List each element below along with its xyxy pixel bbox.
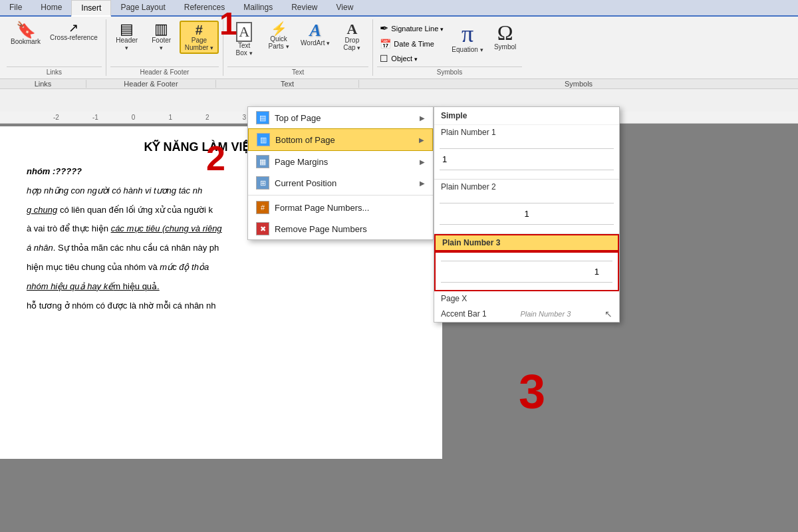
ribbon-labels: Links Header & Footer Text Symbols (0, 78, 798, 89)
object-label: Object ▾ (391, 55, 418, 63)
plain-number-1-item[interactable]: Plain Number 1 (434, 125, 619, 140)
footer-button[interactable]: ▥ Footer▾ (145, 21, 178, 53)
plain-number-2-item[interactable]: Plain Number 2 (434, 180, 619, 194)
plain-number-3-preview: 1 (434, 251, 619, 291)
step-3-label: 3 (519, 364, 545, 419)
plain-number-1-value: 1 (440, 148, 614, 170)
page-x-label: Page X (441, 294, 612, 303)
equation-icon: π (462, 22, 473, 46)
text-buttons: A TextBox ▾ ⚡ QuickParts ▾ A WordArt ▾ A… (227, 21, 368, 65)
tab-mailings[interactable]: Mailings (234, 0, 282, 15)
cursor-icon: ↖ (604, 309, 612, 319)
bottom-of-page-icon: ▥ (257, 133, 270, 146)
date-time-button[interactable]: 📅 Date & Time (377, 37, 446, 51)
cross-reference-button[interactable]: ↗ Cross-reference (46, 21, 102, 43)
tab-view[interactable]: View (327, 0, 363, 15)
plain-number-3-tooltip: Plain Number 3 (520, 310, 571, 318)
plain-number-2-label: Plain Number 2 (441, 182, 612, 192)
doc-para-8: hỗ tương ở nhóm có được là nhờ mỗi cá nh… (27, 299, 416, 313)
footer-icon: ▥ (154, 22, 168, 37)
current-position-icon: ⊞ (256, 176, 269, 190)
object-button[interactable]: ☐ Object ▾ (377, 52, 446, 65)
top-of-page-icon: ▤ (256, 111, 269, 124)
ribbon-group-text: A TextBox ▾ ⚡ QuickParts ▾ A WordArt ▾ A… (223, 19, 373, 76)
signature-line-label: Signature Line ▾ (391, 25, 444, 33)
remove-page-numbers-label: Remove Page Numbers (275, 224, 425, 234)
bottom-of-page-label: Bottom of Page (275, 135, 414, 145)
symbol-icon: Ω (497, 22, 513, 43)
accent-bar-1-item[interactable]: Accent Bar 1 Plain Number 3 ↖ (434, 306, 619, 322)
ribbon-group-symbols: ✒ Signature Line ▾ 📅 Date & Time ☐ Objec… (373, 19, 525, 76)
bottom-of-page-arrow: ▶ (419, 136, 424, 144)
dropdown-remove-page-numbers[interactable]: ✖ Remove Page Numbers (248, 218, 433, 239)
dropdown-menu: ▤ Top of Page ▶ ▥ Bottom of Page ▶ ▦ Pag… (247, 106, 434, 240)
tab-bar: File Home Insert Page Layout References … (0, 0, 798, 17)
bookmark-label: Bookmark (11, 38, 41, 45)
page-margins-arrow: ▶ (420, 158, 425, 166)
tab-file[interactable]: File (0, 0, 31, 15)
format-page-numbers-icon: # (256, 201, 269, 214)
date-time-label: Date & Time (394, 40, 434, 48)
top-of-page-arrow: ▶ (420, 114, 425, 122)
remove-page-numbers-icon: ✖ (256, 222, 269, 235)
submenu-panel: Simple Plain Number 1 1 Plain Number 2 1… (434, 106, 620, 323)
links-section-label: Links (0, 80, 86, 88)
tab-home[interactable]: Home (31, 0, 71, 15)
wordart-label: WordArt ▾ (301, 39, 330, 47)
page-number-button[interactable]: # PageNumber ▾ (180, 21, 219, 54)
header-footer-group-label: Header & Footer (110, 66, 219, 76)
tab-page-layout[interactable]: Page Layout (111, 0, 174, 15)
dropdown-current-position[interactable]: ⊞ Current Position ▶ (248, 172, 433, 194)
ribbon: 🔖 Bookmark ↗ Cross-reference Links ▤ Hea… (0, 17, 798, 78)
submenu-simple-header: Simple (434, 107, 619, 125)
equation-button[interactable]: π Equation ▾ (448, 21, 487, 55)
dropdown-page-margins[interactable]: ▦ Page Margins ▶ (248, 151, 433, 172)
wordart-button[interactable]: A WordArt ▾ (297, 21, 334, 48)
dropdown-bottom-of-page[interactable]: ▥ Bottom of Page ▶ (248, 128, 433, 151)
page-number-label: PageNumber ▾ (185, 37, 213, 51)
symbol-label: Symbol (494, 43, 516, 51)
header-label: Header▾ (116, 37, 138, 51)
signature-line-button[interactable]: ✒ Signature Line ▾ (377, 21, 446, 36)
header-footer-section-label: Header & Footer (86, 80, 216, 88)
text-group-label: Text (227, 66, 368, 76)
quick-parts-label: QuickParts ▾ (269, 35, 289, 50)
signature-line-icon: ✒ (380, 22, 388, 35)
top-of-page-label: Top of Page (275, 113, 414, 123)
plain-number-1-preview: 1 (434, 140, 619, 180)
ribbon-group-header-footer: ▤ Header▾ ▥ Footer▾ # PageNumber ▾ Heade… (106, 19, 223, 76)
wordart-icon: A (310, 22, 321, 39)
bookmark-button[interactable]: 🔖 Bookmark (7, 21, 45, 47)
dropdown-format-page-numbers[interactable]: # Format Page Numbers... (248, 197, 433, 218)
footer-label: Footer▾ (152, 37, 171, 51)
plain-number-3-value: 1 (441, 261, 612, 283)
page-x-item[interactable]: Page X (434, 291, 619, 306)
header-button[interactable]: ▤ Header▾ (110, 21, 144, 53)
equation-label: Equation ▾ (452, 46, 483, 53)
doc-para-7: nhóm hiệu quả hay kếm hiệu quả. (27, 280, 416, 294)
dropdown-top-of-page[interactable]: ▤ Top of Page ▶ (248, 107, 433, 128)
step-1-label: 1 (219, 5, 237, 42)
plain-number-3-item[interactable]: Plain Number 3 (434, 234, 619, 251)
doc-para-5: á nhân. Sự thỏa mãn các nhu cầu cá nhân … (27, 241, 416, 255)
tab-insert[interactable]: Insert (71, 0, 111, 17)
drop-cap-label: DropCap ▾ (343, 37, 360, 51)
page-number-icon: # (196, 23, 203, 37)
accent-bar-1-label: Accent Bar 1 (441, 309, 487, 319)
text-section-label: Text (216, 80, 359, 88)
object-icon: ☐ (380, 53, 388, 64)
current-position-label: Current Position (275, 178, 414, 188)
step-2-label: 2 (206, 138, 225, 178)
drop-cap-button[interactable]: A DropCap ▾ (335, 21, 368, 53)
bookmark-icon: 🔖 (16, 22, 36, 38)
ribbon-group-links: 🔖 Bookmark ↗ Cross-reference Links (3, 19, 106, 76)
page-margins-icon: ▦ (256, 155, 269, 168)
tab-review[interactable]: Review (282, 0, 327, 15)
cross-reference-icon: ↗ (68, 22, 78, 34)
links-group-label: Links (7, 66, 102, 76)
dropdown-menu-list: ▤ Top of Page ▶ ▥ Bottom of Page ▶ ▦ Pag… (247, 106, 434, 240)
symbol-button[interactable]: Ω Symbol (489, 21, 522, 52)
date-time-icon: 📅 (380, 39, 391, 49)
quick-parts-icon: ⚡ (271, 22, 287, 35)
quick-parts-button[interactable]: ⚡ QuickParts ▾ (262, 21, 295, 51)
